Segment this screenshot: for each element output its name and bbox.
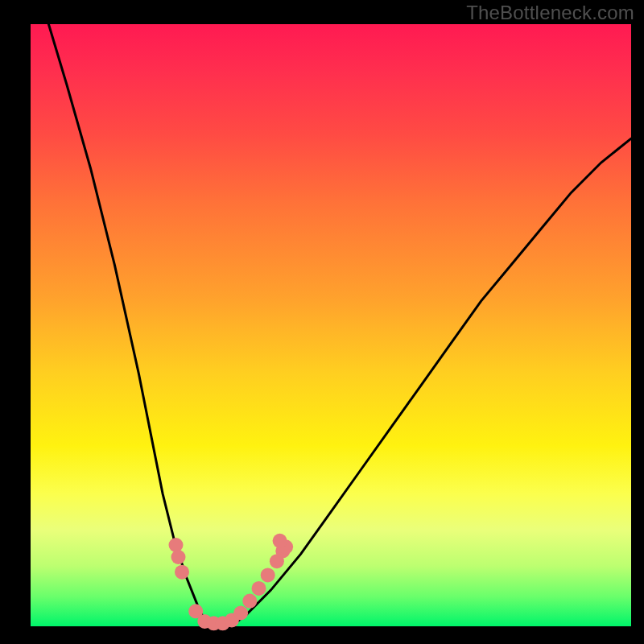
- bottleneck-curve-path: [48, 24, 631, 626]
- plot-area: [31, 24, 631, 626]
- curve-marker: [242, 594, 257, 609]
- curve-marker: [169, 538, 184, 552]
- curve-layer: [31, 24, 631, 626]
- curve-marker: [252, 581, 266, 596]
- curve-marker: [261, 568, 275, 582]
- chart-frame: TheBottleneck.com: [0, 0, 644, 644]
- curve-marker: [233, 606, 248, 621]
- curve-marker: [171, 550, 186, 564]
- curve-marker: [273, 534, 287, 548]
- watermark-text: TheBottleneck.com: [466, 2, 634, 24]
- curve-marker: [175, 565, 189, 580]
